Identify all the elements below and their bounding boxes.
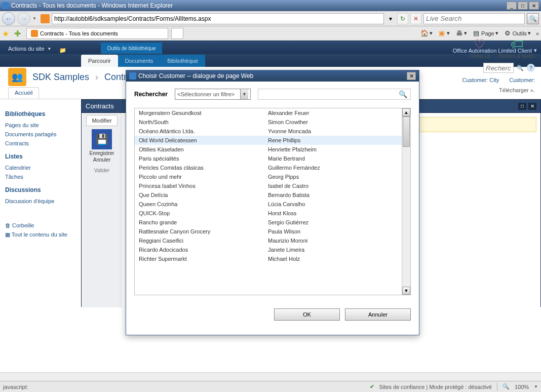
customer-list: Morgenstern GesundkostAlexander FeuerNor… — [134, 108, 411, 295]
contact-cell: Simon Crowther — [268, 119, 398, 125]
tab-bibliotheque[interactable]: Bibliothèque — [160, 55, 205, 67]
recycle-icon: 🗑 — [5, 222, 11, 228]
home-button[interactable]: 🏠▾ — [420, 29, 433, 37]
status-trust: Sites de confiance | Mode protégé : désa… — [379, 384, 492, 390]
close-button[interactable]: ✕ — [529, 2, 539, 10]
search-label: Rechercher — [134, 91, 168, 98]
save-button[interactable]: 💾 — [92, 129, 112, 149]
tab-modifier[interactable]: Modifier — [86, 115, 117, 126]
stop-button[interactable]: ✕ — [410, 13, 421, 24]
leftnav-calendar[interactable]: Calendrier — [5, 163, 76, 172]
feeds-button[interactable]: ▣▾ — [438, 29, 450, 37]
new-tab-button[interactable] — [171, 28, 183, 39]
leftnav-all-site-content[interactable]: ▦ Tout le contenu du site — [5, 230, 76, 240]
list-item[interactable]: Ricardo AdocicadosJanete Limeira — [135, 245, 402, 254]
scroll-down-button[interactable]: ▼ — [402, 287, 410, 295]
help-icon[interactable]: ? — [527, 64, 535, 72]
scroll-thumb[interactable] — [403, 116, 410, 147]
zoom-dropdown-icon[interactable]: ▼ — [534, 384, 538, 389]
download-link[interactable]: Télécharger ». — [499, 87, 535, 93]
nav-bar: ← → ▼ ▾ ↻ ✕ 🔍 — [0, 11, 541, 26]
company-cell: Paris spécialités — [139, 155, 268, 162]
right-extras: ♡ J'aime ça 🏷 Balises & Notes 🔍 ? Custom… — [462, 36, 535, 93]
browser-tab[interactable]: Contracts - Tous les documents — [26, 28, 168, 39]
cancel-button[interactable]: Annuler — [345, 308, 411, 321]
contact-cell: Lúcia Carvalho — [268, 201, 398, 207]
filter-select[interactable]: <Sélectionner un filtre> ▼ — [175, 89, 251, 100]
list-item[interactable]: Piccolo und mehrGeorg Pipps — [135, 172, 402, 181]
like-button[interactable]: ♡ J'aime ça — [469, 36, 490, 59]
modal-title: Choisir Customer -- dialogue de page Web — [138, 72, 253, 80]
refresh-button[interactable]: ↻ — [397, 13, 408, 24]
dialog-close-button[interactable]: ✕ — [528, 103, 536, 110]
modal-close-button[interactable]: ✕ — [407, 72, 416, 80]
list-item[interactable]: Que DelíciaBernardo Batista — [135, 190, 402, 200]
breadcrumb-site[interactable]: SDK Samples — [32, 72, 89, 83]
list-item[interactable]: Pericles Comidas clásicasGuillermo Ferná… — [135, 163, 402, 172]
tab-title: Contracts - Tous les documents — [40, 30, 118, 36]
tab-documents[interactable]: Documents — [118, 55, 161, 67]
address-bar[interactable] — [52, 13, 384, 24]
navigate-up-icon[interactable]: 📁 — [59, 47, 66, 54]
window-title-bar: Contracts - Tous les documents - Windows… — [0, 0, 541, 11]
contact-cell: Sergio Gutiérrez — [268, 219, 398, 225]
chevron-down-icon: ▼ — [240, 89, 248, 99]
list-item[interactable]: Océano Atlántico Ltda.Yvonne Moncada — [135, 127, 402, 136]
tags-button[interactable]: 🏷 Balises & Notes — [499, 36, 535, 59]
list-item[interactable]: Rancho grandeSergio Gutiérrez — [135, 218, 402, 227]
column-customer-city[interactable]: Customer: City — [462, 77, 499, 83]
list-item[interactable]: Paris spécialitésMarie Bertrand — [135, 154, 402, 163]
company-cell: Ottilies Käseladen — [139, 146, 268, 152]
leftnav-shared-docs[interactable]: Documents partagés — [5, 130, 76, 139]
site-logo-icon[interactable]: 👥 — [8, 68, 26, 86]
browser-search-button[interactable]: 🔍 — [527, 13, 539, 24]
list-item[interactable]: Old World DelicatessenRene Phillips — [135, 136, 402, 145]
list-item[interactable]: QUICK-StopHorst Kloss — [135, 209, 402, 218]
dialog-maximize-button[interactable]: □ — [518, 103, 526, 110]
minimize-button[interactable]: _ — [507, 2, 517, 10]
forward-button[interactable]: → — [17, 12, 30, 25]
chevron-expand[interactable]: » — [536, 30, 539, 36]
leftnav-tasks[interactable]: Tâches — [5, 172, 76, 181]
leftnav-recycle-bin[interactable]: 🗑 Corbeille — [5, 221, 76, 230]
tab-accueil[interactable]: Accueil — [8, 87, 39, 99]
leftnav-team-discussion[interactable]: Discussion d'équipe — [5, 197, 76, 206]
status-left: javascript: — [3, 384, 28, 390]
list-item[interactable]: Morgenstern GesundkostAlexander Feuer — [135, 108, 402, 117]
search-icon[interactable]: 🔍 — [399, 90, 407, 98]
nav-dropdown-icon[interactable]: ▼ — [32, 16, 36, 21]
column-customer[interactable]: Customer: — [509, 77, 535, 83]
company-cell: Old World Delicatessen — [139, 137, 268, 143]
company-cell: Richter Supermarkt — [139, 256, 268, 262]
list-item[interactable]: Reggiani CaseificiMaurizio Moroni — [135, 236, 402, 245]
scrollbar[interactable]: ▲ ▼ — [402, 108, 410, 295]
favorites-icon[interactable]: ★ — [2, 29, 11, 38]
tab-parcourir[interactable]: Parcourir — [81, 55, 118, 67]
horizontal-scrollbar[interactable] — [0, 372, 541, 381]
contact-cell: Maurizio Moroni — [268, 238, 398, 244]
browser-search-input[interactable] — [423, 13, 525, 24]
leftnav-contracts[interactable]: Contracts — [5, 139, 76, 148]
scroll-up-button[interactable]: ▲ — [402, 108, 410, 116]
list-item[interactable]: Princesa Isabel VinhosIsabel de Castro — [135, 181, 402, 190]
sharepoint-search-input[interactable] — [483, 63, 514, 73]
company-cell: Reggiani Caseifici — [139, 238, 268, 244]
list-item[interactable]: Ottilies KäseladenHenriette Pfalzheim — [135, 145, 402, 154]
list-item[interactable]: North/SouthSimon Crowther — [135, 117, 402, 127]
maximize-button[interactable]: □ — [518, 2, 528, 10]
add-favorite-icon[interactable]: ✚ — [14, 29, 23, 38]
addr-dropdown-icon[interactable]: ▾ — [386, 13, 395, 24]
ok-button[interactable]: OK — [274, 308, 340, 321]
list-item[interactable]: Queen CozinhaLúcia Carvalho — [135, 200, 402, 209]
list-item[interactable]: Rattlesnake Canyon GroceryPaula Wilson — [135, 227, 402, 236]
ribbon-tool-group-label: Outils de bibliothèque — [101, 43, 162, 54]
zoom-label-icon[interactable]: 🔍 — [503, 383, 510, 390]
modal-search-input[interactable]: 🔍 — [258, 89, 411, 100]
site-actions-menu[interactable]: Actions du site — [4, 44, 55, 54]
dialog-ribbon: Modifier 💾 Enregistrer Annuler Valider — [82, 113, 122, 307]
leftnav-pages[interactable]: Pages du site — [5, 121, 76, 130]
back-button[interactable]: ← — [2, 12, 15, 25]
search-icon[interactable]: 🔍 — [517, 65, 524, 71]
company-cell: Piccolo und mehr — [139, 174, 268, 180]
list-item[interactable]: Richter SupermarktMichael Holz — [135, 254, 402, 263]
